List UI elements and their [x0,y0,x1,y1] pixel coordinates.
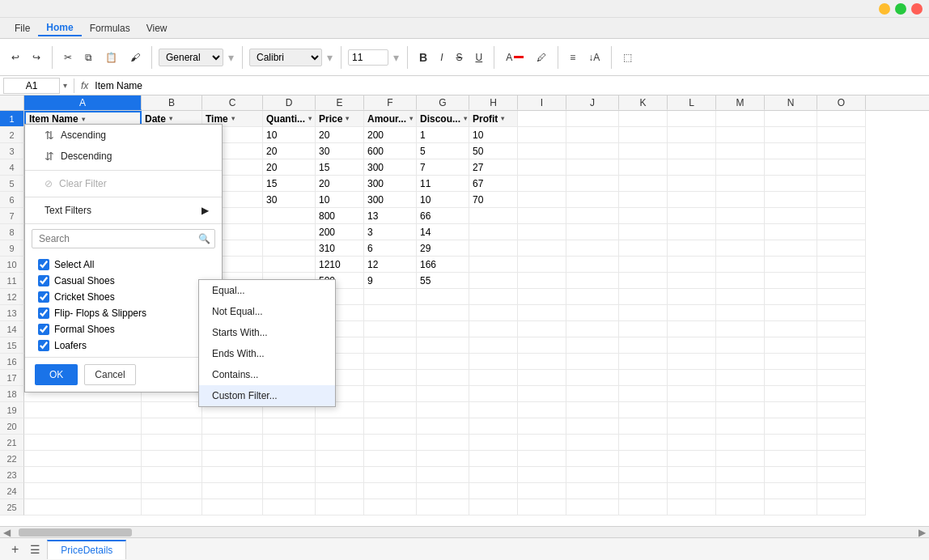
cell-e6[interactable]: 10 [316,192,364,208]
scroll-thumb[interactable] [19,528,132,537]
cell-g7[interactable]: 66 [417,208,469,224]
cell-l9[interactable] [668,240,716,257]
cell-d8[interactable] [263,224,316,240]
cell-n7[interactable] [765,208,817,224]
cell-g9[interactable]: 29 [417,240,469,257]
cell-m7[interactable] [716,208,765,224]
cell-k11[interactable] [619,273,668,289]
cell-d3[interactable]: 20 [263,143,316,159]
cell-k1[interactable] [619,111,668,127]
format-painter-button[interactable]: 🖌 [125,50,145,65]
col-header-e[interactable]: E [316,95,364,110]
cell-j7[interactable] [566,208,619,224]
cell-h8[interactable] [469,224,518,240]
clear-filter-item[interactable]: ⊘ Clear Filter [25,174,222,193]
cell-f10[interactable]: 12 [364,257,417,273]
cell-n8[interactable] [765,224,817,240]
cell-m1[interactable] [716,111,765,127]
cell-i11[interactable] [518,273,566,289]
col-header-a[interactable]: A [24,95,142,110]
cell-d2[interactable]: 10 [263,127,316,143]
cell-j2[interactable] [566,127,619,143]
cell-m2[interactable] [716,127,765,143]
col-header-i[interactable]: I [518,95,566,110]
tf-starts-with[interactable]: Starts With... [199,322,335,343]
cell-l10[interactable] [668,257,716,273]
cell-f4[interactable]: 300 [364,159,417,176]
cell-i9[interactable] [518,240,566,257]
cell-h6[interactable]: 70 [469,192,518,208]
tab-formulas[interactable]: Formulas [82,21,138,36]
cell-j1[interactable] [566,111,619,127]
cell-e5[interactable]: 20 [316,176,364,192]
col-header-g[interactable]: G [417,95,469,110]
minimize-button[interactable] [879,3,890,15]
cell-e7[interactable]: 800 [316,208,364,224]
cell-i5[interactable] [518,176,566,192]
tf-not-equal[interactable]: Not Equal... [199,301,335,322]
cell-f6[interactable]: 300 [364,192,417,208]
cell-m6[interactable] [716,192,765,208]
col-header-c[interactable]: C [202,95,263,110]
cell-h4[interactable]: 27 [469,159,518,176]
cell-n9[interactable] [765,240,817,257]
cell-d4[interactable]: 20 [263,159,316,176]
cell-h7[interactable] [469,208,518,224]
cell-f3[interactable]: 600 [364,143,417,159]
cell-j4[interactable] [566,159,619,176]
copy-button[interactable]: ⧉ [80,50,97,65]
cell-e9[interactable]: 310 [316,240,364,257]
cell-m9[interactable] [716,240,765,257]
cell-g5[interactable]: 11 [417,176,469,192]
cell-e4[interactable]: 15 [316,159,364,176]
cell-f9[interactable]: 6 [364,240,417,257]
highlight-button[interactable]: 🖊 [532,50,551,65]
cell-k9[interactable] [619,240,668,257]
cell-m5[interactable] [716,176,765,192]
cell-i7[interactable] [518,208,566,224]
checkbox-loafers-input[interactable] [38,340,49,351]
cell-m10[interactable] [716,257,765,273]
number-format-select[interactable]: General [159,49,223,66]
text-filters-item[interactable]: Text Filters ▶ [25,201,222,220]
paste-button[interactable]: 📋 [100,50,122,65]
col-header-j[interactable]: J [566,95,619,110]
cell-o7[interactable] [817,208,866,224]
cell-l2[interactable] [668,127,716,143]
tf-ends-with[interactable]: Ends With... [199,343,335,364]
col-header-l[interactable]: L [668,95,716,110]
add-sheet-button[interactable]: + [6,542,23,557]
cell-o11[interactable] [817,273,866,289]
font-size-input[interactable] [348,49,388,66]
cell-o5[interactable] [817,176,866,192]
wrap-button[interactable]: ⬚ [618,50,637,65]
formula-input[interactable] [95,80,926,91]
underline-button[interactable]: U [470,50,487,65]
checkbox-formal-shoes-input[interactable] [38,324,49,335]
cell-n11[interactable] [765,273,817,289]
checkbox-flip-flops-input[interactable] [38,308,49,319]
cell-i6[interactable] [518,192,566,208]
select-all-checkbox[interactable] [38,259,49,270]
col-header-d[interactable]: D [263,95,316,110]
cell-h3[interactable]: 50 [469,143,518,159]
col-header-f[interactable]: F [364,95,417,110]
cell-f7[interactable]: 13 [364,208,417,224]
cell-i2[interactable] [518,127,566,143]
cell-g10[interactable]: 166 [417,257,469,273]
cell-n10[interactable] [765,257,817,273]
bold-button[interactable]: B [414,49,432,66]
checkbox-casual-shoes-input[interactable] [38,275,49,286]
cell-g2[interactable]: 1 [417,127,469,143]
cell-d10[interactable] [263,257,316,273]
undo-button[interactable]: ↩ [6,50,24,65]
cell-n1[interactable] [765,111,817,127]
cell-l11[interactable] [668,273,716,289]
cell-n3[interactable] [765,143,817,159]
cell-k4[interactable] [619,159,668,176]
font-select[interactable]: Calibri [249,49,322,66]
cell-o9[interactable] [817,240,866,257]
cell-d9[interactable] [263,240,316,257]
cell-e3[interactable]: 30 [316,143,364,159]
maximize-button[interactable] [895,3,906,15]
